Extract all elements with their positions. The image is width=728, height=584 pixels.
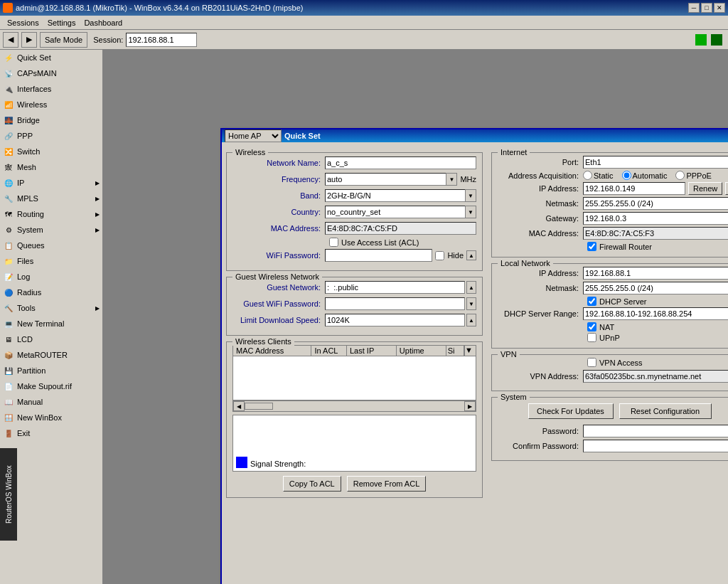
country-input[interactable] xyxy=(325,206,465,218)
limit-download-input[interactable] xyxy=(325,314,465,326)
country-label: Country: xyxy=(232,208,325,216)
mac-address-label: MAC Address: xyxy=(232,224,325,233)
safe-mode-button[interactable]: Safe Mode xyxy=(40,32,87,48)
inet-mac-label: MAC Address: xyxy=(498,229,583,238)
sidebar-item-make-supout[interactable]: 📄 Make Supout.rif xyxy=(0,378,102,394)
sidebar-item-ppp[interactable]: 🔗 PPP xyxy=(0,128,102,144)
connection-indicator-2 xyxy=(711,34,722,46)
ip-address-input[interactable] xyxy=(583,182,685,195)
sidebar-item-capsman[interactable]: 📡 CAPsMAIN xyxy=(0,65,102,81)
country-dropdown-arrow[interactable]: ▼ xyxy=(465,206,476,218)
sidebar-item-system[interactable]: ⚙ System ▶ xyxy=(0,222,102,238)
local-netmask-input[interactable] xyxy=(583,282,728,294)
sidebar-item-lcd[interactable]: 🖥 LCD xyxy=(0,331,102,347)
release-button[interactable]: Release xyxy=(725,182,728,195)
pppoe-radio-label[interactable]: PPPoE xyxy=(675,171,711,180)
guest-network-row: Guest Network: ▲ xyxy=(232,280,476,294)
upnp-checkbox[interactable] xyxy=(587,333,596,342)
sidebar-item-radius[interactable]: 🔵 Radius xyxy=(0,285,102,300)
sidebar-item-ip[interactable]: 🌐 IP ▶ xyxy=(0,175,102,191)
confirm-password-input[interactable] xyxy=(583,440,728,452)
ip-address-row: IP Address: Renew Release xyxy=(498,182,728,195)
nat-checkbox[interactable] xyxy=(587,322,596,331)
sidebar-item-manual[interactable]: 📖 Manual xyxy=(0,394,102,410)
sidebar-item-wireless[interactable]: 📶 Wireless xyxy=(0,97,102,112)
sidebar-item-mpls[interactable]: 🔧 MPLS ▶ xyxy=(0,191,102,206)
port-input[interactable] xyxy=(583,156,728,169)
local-network-group: Local Network IP Address: Netmask: ▼ xyxy=(491,263,728,349)
address-acquisition-radios: Static Automatic PPPoE xyxy=(583,171,712,180)
static-radio[interactable] xyxy=(583,171,592,180)
mode-dropdown[interactable]: Home AP xyxy=(225,129,282,142)
sidebar-item-files[interactable]: 📁 Files xyxy=(0,253,102,269)
vpn-access-checkbox[interactable] xyxy=(587,358,596,367)
menu-settings[interactable]: Settings xyxy=(43,17,80,28)
gateway-input[interactable] xyxy=(583,212,728,225)
close-button[interactable]: ✕ xyxy=(714,3,725,13)
sidebar-item-tools[interactable]: 🔨 Tools ▶ xyxy=(0,300,102,316)
sidebar-item-log[interactable]: 📝 Log xyxy=(0,269,102,285)
clients-h-scrollbar[interactable]: ◀ ▶ xyxy=(232,400,476,412)
sidebar-item-bridge[interactable]: 🌉 Bridge xyxy=(0,112,102,128)
netmask-row: Netmask: xyxy=(498,197,728,210)
sidebar-item-new-terminal[interactable]: 💻 New Terminal xyxy=(0,316,102,331)
sidebar-item-queues[interactable]: 📋 Queues xyxy=(0,238,102,253)
local-ip-row: IP Address: xyxy=(498,267,728,280)
sidebar-item-interfaces[interactable]: 🔌 Interfaces xyxy=(0,81,102,97)
frequency-input[interactable] xyxy=(325,173,446,186)
password-input[interactable] xyxy=(583,425,728,437)
wifi-password-toggle[interactable]: ▲ xyxy=(466,250,476,260)
sidebar-label-files: Files xyxy=(17,257,100,265)
dhcp-range-input[interactable] xyxy=(583,307,728,320)
scroll-right-btn[interactable]: ▶ xyxy=(464,401,476,411)
remove-from-acl-button[interactable]: Remove From ACL xyxy=(347,476,427,492)
menu-dashboard[interactable]: Dashboard xyxy=(80,17,127,28)
wifi-password-input[interactable] xyxy=(325,249,432,262)
check-updates-button[interactable]: Check For Updates xyxy=(528,403,614,419)
sidebar-label-new-winbox: New WinBox xyxy=(17,413,100,422)
local-ip-input[interactable] xyxy=(583,267,728,280)
sidebar-item-exit[interactable]: 🚪 Exit xyxy=(0,425,102,441)
band-input[interactable] xyxy=(325,189,465,202)
session-input[interactable] xyxy=(126,33,197,47)
guest-network-arrow[interactable]: ▲ xyxy=(466,281,476,294)
clients-scroll-arrow[interactable]: ▼ xyxy=(464,346,476,356)
automatic-radio-label[interactable]: Automatic xyxy=(622,171,668,180)
reset-config-button[interactable]: Reset Configuration xyxy=(619,403,712,419)
sidebar-item-new-winbox[interactable]: 🪟 New WinBox xyxy=(0,410,102,425)
copy-to-acl-button[interactable]: Copy To ACL xyxy=(283,476,341,492)
frequency-dropdown-arrow[interactable]: ▼ xyxy=(446,173,457,186)
hide-checkbox[interactable] xyxy=(435,251,444,260)
sidebar-item-routing[interactable]: 🗺 Routing ▶ xyxy=(0,206,102,222)
renew-button[interactable]: Renew xyxy=(688,182,722,195)
guest-network-input[interactable] xyxy=(325,281,465,294)
maximize-button[interactable]: □ xyxy=(701,3,712,13)
col-last-ip: Last IP xyxy=(347,346,397,356)
forward-button[interactable]: ▶ xyxy=(21,32,37,48)
pppoe-radio[interactable] xyxy=(675,171,685,180)
firewall-router-checkbox[interactable] xyxy=(587,242,596,251)
sidebar-label-manual: Manual xyxy=(17,398,100,406)
dhcp-server-checkbox[interactable] xyxy=(587,297,596,306)
netmask-input[interactable] xyxy=(583,197,728,210)
lcd-icon: 🖥 xyxy=(3,334,14,345)
automatic-radio[interactable] xyxy=(622,171,631,180)
vpn-address-row: VPN Address: xyxy=(498,370,728,383)
static-radio-label[interactable]: Static xyxy=(583,171,614,180)
scroll-thumb[interactable] xyxy=(245,403,273,410)
sidebar-item-switch[interactable]: 🔀 Switch xyxy=(0,144,102,159)
band-dropdown-arrow[interactable]: ▼ xyxy=(465,189,476,202)
menu-sessions[interactable]: Sessions xyxy=(3,17,43,28)
guest-wifi-password-arrow[interactable]: ▼ xyxy=(466,297,476,310)
minimize-button[interactable]: ─ xyxy=(688,3,700,13)
network-name-input[interactable] xyxy=(325,156,476,169)
back-button[interactable]: ◀ xyxy=(3,32,18,48)
sidebar-item-metarouter[interactable]: 📦 MetaROUTER xyxy=(0,347,102,363)
sidebar-item-quick-set[interactable]: ⚡ Quick Set xyxy=(0,50,102,65)
limit-download-arrow[interactable]: ▲ xyxy=(466,314,476,326)
scroll-left-btn[interactable]: ◀ xyxy=(233,401,245,411)
sidebar-item-partition[interactable]: 💾 Partition xyxy=(0,363,102,378)
use-acl-checkbox[interactable] xyxy=(329,238,338,247)
guest-wifi-password-input[interactable] xyxy=(325,297,465,310)
sidebar-item-mesh[interactable]: 🕸 Mesh xyxy=(0,159,102,175)
